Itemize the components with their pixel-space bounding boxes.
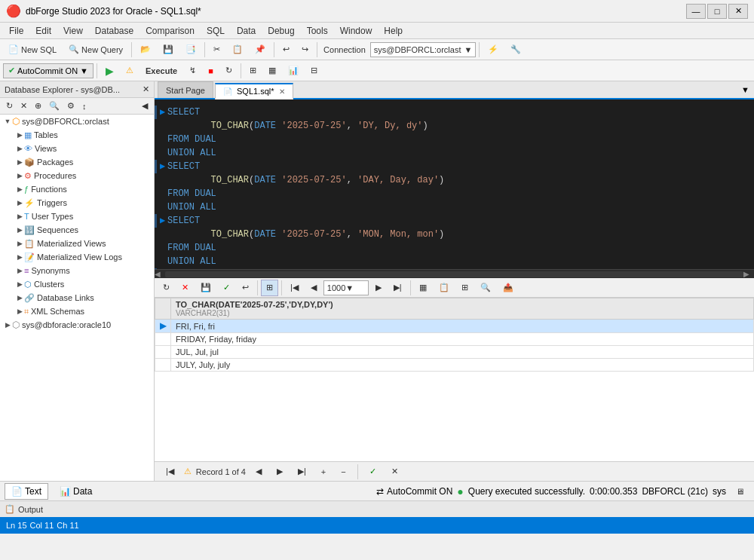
- open-button[interactable]: 📂: [135, 41, 156, 58]
- results-prev-button[interactable]: ◀: [305, 280, 322, 296]
- result-nav-next2[interactable]: ▶: [271, 464, 288, 480]
- result-nav-first[interactable]: |◀: [161, 464, 179, 480]
- tab-close-button[interactable]: ✕: [279, 87, 285, 96]
- menu-sql[interactable]: SQL: [201, 24, 231, 38]
- results-next-button[interactable]: ▶: [370, 280, 387, 296]
- bottom-tab-bar[interactable]: 📋 Output: [0, 500, 754, 517]
- sidebar-item-dblinks[interactable]: ▶ 🔗 Database Links: [0, 291, 154, 304]
- sidebar-item-procedures[interactable]: ▶ ⚙ Procedures: [0, 169, 154, 182]
- minimize-button[interactable]: —: [686, 4, 706, 19]
- menu-file[interactable]: File: [3, 24, 29, 38]
- table-row[interactable]: ▶FRI, Fri, fri: [155, 320, 754, 333]
- sidebar-item-functions[interactable]: ▶ ƒ Functions: [0, 182, 154, 196]
- filter-button[interactable]: 🔧: [505, 41, 526, 58]
- sidebar-refresh-button[interactable]: ↻: [3, 98, 16, 115]
- tab-start-page[interactable]: Start Page: [158, 81, 213, 98]
- menu-help[interactable]: Help: [378, 24, 409, 38]
- save-button[interactable]: 💾: [158, 41, 179, 58]
- sidebar-item-tables[interactable]: ▶ ▦ Tables: [0, 128, 154, 142]
- sidebar-item-views[interactable]: ▶ 👁 Views: [0, 142, 154, 155]
- sidebar-filter-button[interactable]: 🔍: [46, 98, 63, 115]
- result-delete-button[interactable]: −: [336, 464, 351, 480]
- undo-button[interactable]: ↩: [277, 41, 295, 58]
- result-nav-prev2[interactable]: ◀: [250, 464, 267, 480]
- autocommit-button[interactable]: ✔ AutoCommit ON ▼: [3, 63, 93, 78]
- sql-content[interactable]: ▶SELECT TO_CHAR(DATE '2025-07-25', 'DY, …: [155, 103, 754, 269]
- table-row[interactable]: JUL, Jul, jul: [155, 346, 754, 359]
- menu-data[interactable]: Data: [231, 24, 262, 38]
- sidebar-item-triggers[interactable]: ▶ ⚡ Triggers: [0, 196, 154, 210]
- grid-button[interactable]: ⊞: [244, 63, 262, 79]
- results-table-view-button[interactable]: ▦: [414, 280, 432, 296]
- sidebar-item-root2[interactable]: ▶ ⬡ sys@dbforacle:oracle10: [0, 318, 154, 332]
- results-card-view-button[interactable]: 📋: [434, 280, 455, 296]
- results-column-button[interactable]: ⊞: [456, 280, 474, 296]
- results-pagesize-selector[interactable]: 1000 ▼: [323, 280, 369, 295]
- col-1-header[interactable]: TO_CHAR(DATE'2025-07-25','DY,DY,DY') VAR…: [171, 298, 754, 320]
- table-row[interactable]: JULY, July, july: [155, 359, 754, 372]
- sidebar-collapse-button[interactable]: ◀: [139, 98, 151, 115]
- menu-database[interactable]: Database: [89, 24, 139, 38]
- sql-editor[interactable]: ▶SELECT TO_CHAR(DATE '2025-07-25', 'DY, …: [155, 99, 754, 269]
- cut-button[interactable]: ✂: [208, 41, 225, 58]
- hscroll-right-arrow[interactable]: ▶: [743, 270, 754, 278]
- results-export-button[interactable]: 📤: [498, 280, 519, 296]
- maximize-button[interactable]: □: [707, 4, 727, 19]
- menu-edit[interactable]: Edit: [29, 24, 57, 38]
- execute-button[interactable]: Execute: [140, 63, 182, 79]
- profile-button[interactable]: ⚡: [483, 41, 504, 58]
- menu-tools[interactable]: Tools: [301, 24, 334, 38]
- result-cancel-button[interactable]: ✕: [386, 464, 403, 480]
- menu-window[interactable]: Window: [334, 24, 379, 38]
- results-undo-button[interactable]: ↩: [237, 280, 254, 296]
- results-first-button[interactable]: |◀: [285, 280, 304, 296]
- run-button[interactable]: ▶: [100, 63, 119, 79]
- sidebar-close-icon[interactable]: ✕: [143, 84, 149, 94]
- sidebar-item-matviews[interactable]: ▶ 📋 Materialized Views: [0, 237, 154, 250]
- editor-hscroll[interactable]: ◀ ▶: [155, 269, 754, 278]
- execute-step-button[interactable]: ↯: [184, 63, 201, 79]
- results-grid-toggle-button[interactable]: ⊞: [261, 280, 278, 296]
- warning-button[interactable]: ⚠: [121, 63, 139, 79]
- sidebar-add-button[interactable]: ⊕: [32, 98, 44, 115]
- sidebar-item-xmlschemas[interactable]: ▶ ⌗ XML Schemas: [0, 304, 154, 318]
- result-check2-button[interactable]: ✓: [364, 464, 382, 480]
- sidebar-item-root1[interactable]: ▼ ⬡ sys@DBFORCL:orclast: [0, 115, 154, 128]
- tab-data[interactable]: 📊 Data: [53, 483, 99, 500]
- display-mode-button[interactable]: 🖥: [731, 483, 749, 500]
- sidebar-item-synonyms[interactable]: ▶ ≡ Synonyms: [0, 264, 154, 277]
- sidebar-item-usertypes[interactable]: ▶ T User Types: [0, 210, 154, 223]
- tab-text[interactable]: 📄 Text: [5, 483, 48, 500]
- result-nav-last2[interactable]: ▶|: [293, 464, 311, 480]
- sidebar-item-matviewlogs[interactable]: ▶ 📝 Materialized View Logs: [0, 250, 154, 264]
- redo-button[interactable]: ↪: [296, 41, 314, 58]
- results-save-button[interactable]: 💾: [195, 280, 216, 296]
- title-bar-controls[interactable]: — □ ✕: [686, 4, 748, 19]
- sidebar-item-sequences[interactable]: ▶ 🔢 Sequences: [0, 223, 154, 237]
- new-query-button[interactable]: 🔍 New Query: [63, 41, 128, 58]
- sidebar-item-packages[interactable]: ▶ 📦 Packages: [0, 155, 154, 169]
- pivot-button[interactable]: ⊟: [305, 63, 323, 79]
- results-stop-button[interactable]: ✕: [176, 280, 194, 296]
- sidebar-delete-button[interactable]: ✕: [17, 98, 30, 115]
- close-button[interactable]: ✕: [728, 4, 748, 19]
- menu-debug[interactable]: Debug: [262, 24, 300, 38]
- sidebar-item-clusters[interactable]: ▶ ⬡ Clusters: [0, 277, 154, 291]
- results-search-button[interactable]: 🔍: [475, 280, 496, 296]
- new-sql-button[interactable]: 📄 New SQL: [3, 41, 62, 58]
- tab-area-arrow[interactable]: ▼: [737, 85, 754, 94]
- chart-button[interactable]: 📊: [283, 63, 304, 79]
- stop-button[interactable]: ■: [203, 63, 219, 79]
- menu-view[interactable]: View: [57, 24, 89, 38]
- sidebar-settings-button[interactable]: ⚙: [64, 98, 78, 115]
- copy-button[interactable]: 📋: [227, 41, 248, 58]
- paste-button[interactable]: 📌: [250, 41, 271, 58]
- menu-comparison[interactable]: Comparison: [139, 24, 201, 38]
- result-add-button[interactable]: +: [316, 464, 331, 480]
- results-last-button[interactable]: ▶|: [388, 280, 407, 296]
- tab-sql-file[interactable]: 📄 SQL1.sql* ✕: [215, 83, 293, 99]
- sidebar-sort-button[interactable]: ↕: [79, 98, 90, 115]
- card-button[interactable]: ▦: [263, 63, 281, 79]
- results-check-button[interactable]: ✓: [218, 280, 235, 296]
- connection-selector[interactable]: sys@DBFORCL:orclast ▼: [370, 42, 477, 57]
